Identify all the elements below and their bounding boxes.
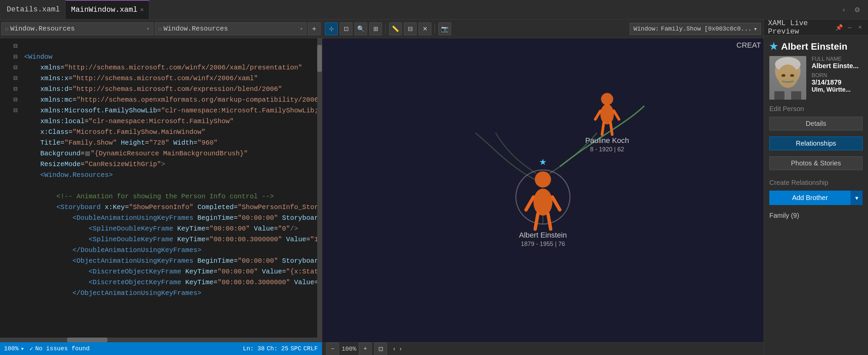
svg-line-5 xyxy=(602,123,604,134)
svg-point-2 xyxy=(600,104,614,124)
right-panel: XAML Live Preview 📌 — × ★ Albert Einstei… xyxy=(764,20,868,355)
xaml-canvas: Pauline Koch 8 - 1920 | 62 ★ xyxy=(322,38,764,342)
dropdown-bars: ☐ Window.Resources ▾ ☐ Window.Resources … xyxy=(0,20,322,38)
photos-stories-button[interactable]: Photos & Stories xyxy=(769,156,863,170)
tab-action-scroll-left[interactable]: ‹ xyxy=(838,4,849,15)
window-value: Family.Show [0x003c0c0... xyxy=(661,26,751,32)
zoom-out-btn[interactable]: − xyxy=(326,343,339,355)
zoom-item: 100% ▾ xyxy=(4,345,24,352)
window-label: Window: xyxy=(633,26,659,32)
details-button[interactable]: Details xyxy=(769,117,863,131)
scrollbar-h-thumb[interactable] xyxy=(67,337,107,342)
tool-grid-btn[interactable]: ⊟ xyxy=(404,23,416,35)
dropdown-bar-right-label: Window.Resources xyxy=(163,25,228,33)
creat-label: CREAT xyxy=(737,41,761,50)
tool-zoom-btn[interactable]: 🔍 xyxy=(354,23,367,35)
editor-scrollbar-h[interactable] xyxy=(0,337,322,342)
svg-text:8 - 1920 | 62: 8 - 1920 | 62 xyxy=(590,146,624,153)
tab-bar: Details.xaml MainWindow.xaml × ‹ ⚙ xyxy=(0,0,868,20)
tool-ruler-btn[interactable]: 📏 xyxy=(389,23,402,35)
relationships-button[interactable]: Relationships xyxy=(769,136,863,150)
full-name-label: Full Name Albert Einste... xyxy=(812,56,859,70)
svg-point-12 xyxy=(533,189,552,216)
born-place-value: Ulm, Württe... xyxy=(812,86,859,93)
born-heading: Born xyxy=(812,72,859,78)
line-number: Ln: 38 xyxy=(243,345,265,352)
encoding: SPC xyxy=(290,345,301,352)
tab-details-label: Details.xaml xyxy=(7,5,60,14)
svg-text:Pauline Koch: Pauline Koch xyxy=(585,136,629,144)
person-photo xyxy=(769,56,806,100)
namespace-icon-right: ☐ xyxy=(158,26,162,32)
xaml-bottom-bar: − 100% + ⊡ ‹ › xyxy=(322,342,764,355)
window-chevron-icon: ▾ xyxy=(753,25,757,33)
namespace-icon-left: ☐ xyxy=(5,26,8,32)
einstein-photo-svg xyxy=(769,56,806,100)
add-brother-button[interactable]: Add Brother xyxy=(769,191,850,205)
ch-number: Ch: 25 xyxy=(267,345,289,352)
chevron-down-icon-left: ▾ xyxy=(147,26,149,32)
tool-pointer-btn[interactable]: ⊹ xyxy=(325,23,338,35)
tool-x-btn[interactable]: ✕ xyxy=(418,23,431,35)
person-info-row: Full Name Albert Einste... Born 3/14/187… xyxy=(769,56,863,100)
family-tree-svg: Pauline Koch 8 - 1920 | 62 ★ xyxy=(322,38,764,342)
person-details: Full Name Albert Einste... Born 3/14/187… xyxy=(812,56,859,100)
family-section-label: Family (9) xyxy=(769,212,863,220)
tool-separator-2 xyxy=(435,24,435,34)
tool-separator-1 xyxy=(385,24,386,34)
full-name-value: Albert Einste... xyxy=(812,62,859,70)
zoom-chevron-icon: ▾ xyxy=(21,345,24,352)
close-panel-icon[interactable]: × xyxy=(856,23,864,32)
svg-text:1879 - 1955 | 76: 1879 - 1955 | 76 xyxy=(521,240,565,247)
editor-scrollbar-v[interactable] xyxy=(317,38,322,337)
line-info: Ln: 38 Ch: 25 SPC CRLF xyxy=(243,345,318,352)
status-issues: ✓ No issues found xyxy=(30,345,90,352)
tab-close-icon[interactable]: × xyxy=(140,7,144,13)
scrollbar-thumb[interactable] xyxy=(317,45,322,72)
zoom-label: 100% xyxy=(4,345,19,352)
line-numbers: ⊟ ⊟ ⊟ ⊟ xyxy=(0,38,20,337)
tab-mainwindow[interactable]: MainWindow.xaml × xyxy=(65,0,149,19)
full-name-heading: Full Name xyxy=(812,56,859,62)
born-info: Born 3/14/1879 Ulm, Württe... xyxy=(812,72,859,93)
tab-actions: ‹ ⚙ xyxy=(838,4,867,15)
code-editor: ⊟ ⊟ ⊟ ⊟ xyxy=(0,38,322,337)
tool-select-btn[interactable]: ⊡ xyxy=(340,23,352,35)
line-ending: CRLF xyxy=(304,345,318,352)
add-brother-row: Add Brother ▾ xyxy=(769,191,863,205)
dropdown-bar-right[interactable]: ☐ Window.Resources ▾ xyxy=(155,23,307,35)
zoom-in-btn[interactable]: + xyxy=(359,343,372,355)
chevron-down-icon-right: ▾ xyxy=(300,26,303,32)
person-name-row: ★ Albert Einstein xyxy=(769,41,863,52)
tool-camera-btn[interactable]: 📷 xyxy=(438,23,451,35)
svg-rect-27 xyxy=(769,56,806,100)
tool-snap-btn[interactable]: ⊞ xyxy=(369,23,382,35)
code-content[interactable]: <Window xmlns="http://schemas.microsoft.… xyxy=(20,38,317,337)
dropdown-add-button[interactable]: + xyxy=(308,23,320,35)
svg-text:Albert Einstein: Albert Einstein xyxy=(519,231,567,239)
tab-details[interactable]: Details.xaml xyxy=(1,0,65,19)
create-relationship-label: Create Relationship xyxy=(769,179,863,187)
svg-point-11 xyxy=(535,171,551,188)
person-name: Albert Einstein xyxy=(781,41,847,52)
minimize-icon[interactable]: — xyxy=(846,23,854,32)
add-brother-dropdown-button[interactable]: ▾ xyxy=(850,191,863,205)
pin-icon[interactable]: 📌 xyxy=(835,23,843,32)
window-select[interactable]: Window: Family.Show [0x003c0c0... ▾ xyxy=(630,23,761,35)
status-bar: 100% ▾ ✓ No issues found Ln: 38 Ch: 25 S… xyxy=(0,342,322,355)
dropdown-bar-left[interactable]: ☐ Window.Resources ▾ xyxy=(1,23,153,35)
zoom-reset-btn[interactable]: ⊡ xyxy=(374,343,387,355)
person-star-icon: ★ xyxy=(769,41,778,52)
xaml-toolbar: ⊹ ⊡ 🔍 ⊞ 📏 ⊟ ✕ 📷 Window: Family.Show [0x0… xyxy=(322,20,764,38)
tab-mainwindow-label: MainWindow.xaml xyxy=(71,6,137,14)
check-icon: ✓ xyxy=(30,345,33,352)
svg-text:★: ★ xyxy=(539,155,547,169)
xaml-preview-pane: ⊹ ⊡ 🔍 ⊞ 📏 ⊟ ✕ 📷 Window: Family.Show [0x0… xyxy=(322,20,764,355)
tab-action-settings[interactable]: ⚙ xyxy=(852,4,863,15)
scroll-left-icon: ‹ xyxy=(392,346,396,352)
zoom-percent: 100% xyxy=(342,346,356,352)
person-panel: ★ Albert Einstein xyxy=(764,36,868,355)
born-date-value: 3/14/1879 xyxy=(812,78,859,86)
xaml-live-preview-title: XAML Live Preview xyxy=(768,20,830,36)
svg-point-1 xyxy=(601,93,613,105)
